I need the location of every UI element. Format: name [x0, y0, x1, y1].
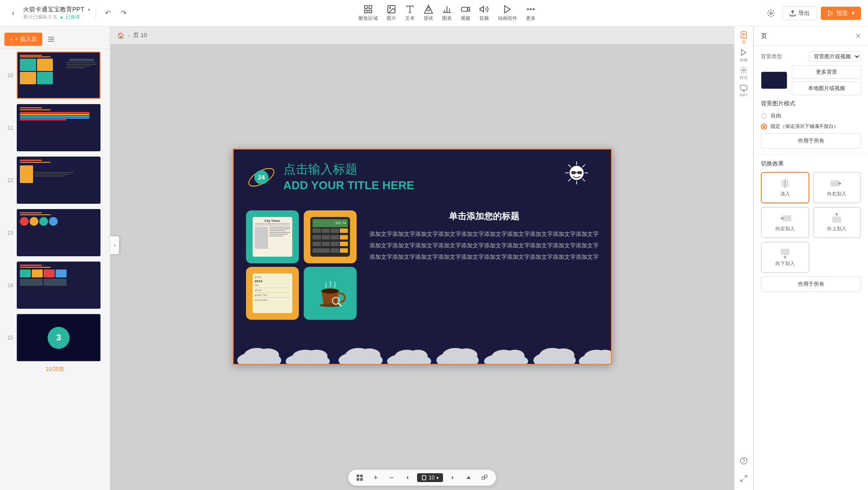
zoom-out-button[interactable]: − — [385, 471, 398, 484]
page-dropdown[interactable]: ▾ — [436, 475, 439, 480]
newspaper-card[interactable]: City Times — [246, 210, 299, 263]
svg-point-66 — [552, 348, 574, 362]
image-button[interactable]: 图片 — [387, 4, 396, 22]
edit-count: 累计已编辑 0 次 — [23, 14, 57, 20]
bottom-tool-group: + − 10 ▾ — [348, 470, 495, 486]
svg-marker-16 — [480, 7, 483, 12]
collapse-arrow[interactable]: › — [110, 236, 119, 254]
home-icon[interactable]: 🏠 — [117, 32, 124, 39]
copy-link-button[interactable] — [478, 471, 491, 484]
prev-page-button[interactable] — [401, 471, 414, 484]
bg-type-section: 背景类型 背景图片或视频 更多背景 本地图片或视频 背景图片模式 自由 — [754, 46, 868, 154]
preview-button[interactable]: 预览 ▾ — [821, 7, 861, 20]
chart-button[interactable]: 图表 — [442, 4, 452, 22]
more-button[interactable]: 更多 — [526, 4, 536, 22]
slide-title-zh[interactable]: 点击输入标题 — [283, 161, 414, 178]
slide-thumb-12 — [17, 157, 101, 204]
svg-point-60 — [455, 348, 477, 362]
svg-point-57 — [408, 350, 428, 362]
svg-rect-85 — [741, 85, 747, 90]
sidebar-tab-ppt[interactable]: PPT — [736, 83, 752, 99]
text-button[interactable]: 文本 — [405, 4, 415, 22]
settings-button[interactable] — [764, 6, 778, 20]
svg-point-84 — [743, 69, 745, 71]
slide-item-10[interactable]: 10 — [0, 49, 110, 101]
svg-rect-70 — [357, 475, 359, 477]
insert-page-button[interactable]: + + 插入页 — [4, 33, 42, 46]
more-bg-button[interactable]: 更多背景 — [792, 65, 861, 79]
transition-fade[interactable]: 淡入 — [761, 172, 809, 203]
svg-rect-1 — [369, 6, 371, 8]
slide-item-12[interactable]: 12 — [0, 154, 110, 206]
expand-panel-icon[interactable] — [736, 471, 752, 486]
preview-dropdown[interactable]: ▾ — [852, 10, 855, 16]
slide-body-text-3[interactable]: 添加文字添加文字添加文字添加文字添加文字添加文字添加文字添加文字添加文字添加文字 — [369, 252, 599, 262]
slides-panel: + + 插入页 10 — [0, 26, 110, 490]
sidebar-tab-page[interactable]: 页 — [736, 30, 752, 46]
close-panel-button[interactable]: ✕ — [855, 32, 861, 40]
zoom-in-button[interactable]: + — [369, 471, 382, 484]
radio-fixed[interactable]: 固定（保证演示下铺满不留白） — [761, 123, 861, 130]
insert-area: + + 插入页 — [0, 30, 110, 49]
canvas-scroll[interactable]: 24 点击输入标题 ADD YOUR TITLE HERE — [110, 44, 734, 469]
svg-rect-14 — [461, 7, 467, 11]
svg-point-9 — [427, 7, 430, 11]
svg-marker-22 — [828, 11, 832, 16]
radio-free[interactable]: 自由 — [761, 112, 861, 120]
slide-item-11[interactable]: 11 — [0, 101, 110, 154]
slide-body-text-2[interactable]: 添加文字添加文字添加文字添加文字添加文字添加文字添加文字添加文字添加文字添加文字 — [369, 241, 599, 251]
apply-all-transition-button[interactable]: 作用于所有 — [761, 277, 861, 292]
export-button[interactable]: 导出 — [782, 6, 816, 20]
slide-number-11: 11 — [4, 125, 13, 131]
notes-card[interactable]: growth 2014 10% 321.94 growth 7.5% per y… — [246, 267, 299, 320]
slide-body-text-1[interactable]: 添加文字添加文字添加文字添加文字添加文字添加文字添加文字添加文字添加文字添加文字 — [369, 229, 599, 239]
slide-title-en[interactable]: ADD YOUR TITLE HERE — [283, 179, 414, 192]
menu-icon[interactable] — [45, 33, 57, 45]
undo-button[interactable]: ↶ — [101, 7, 114, 19]
svg-line-33 — [568, 165, 571, 167]
slide-title-area[interactable]: 点击输入标题 ADD YOUR TITLE HERE — [283, 161, 414, 192]
page-number: 10 — [428, 475, 434, 481]
slide-thumb-11 — [17, 104, 101, 151]
sidebar-tab-animate[interactable]: 动画 — [736, 48, 752, 64]
slide-heading[interactable]: 单击添加您的标题 — [369, 210, 599, 222]
transition-slide-left[interactable]: 向左划入 — [761, 207, 809, 238]
sidebar-tab-style[interactable]: 样式 — [736, 65, 752, 81]
svg-point-17 — [527, 9, 529, 10]
slide-item-15[interactable]: 15 3 — [0, 311, 110, 364]
bg-type-select[interactable]: 背景图片或视频 — [809, 51, 861, 62]
apply-all-bg-button[interactable]: 作用于所有 — [761, 133, 861, 149]
transition-slide-down[interactable]: 向下划入 — [761, 242, 809, 273]
grid-view-button[interactable] — [354, 471, 366, 484]
slide-text-area[interactable]: 单击添加您的标题 添加文字添加文字添加文字添加文字添加文字添加文字添加文字添加文… — [369, 210, 599, 262]
slide-canvas[interactable]: 24 点击输入标题 ADD YOUR TITLE HERE — [233, 149, 612, 365]
transition-slide-up[interactable]: 向上划入 — [813, 207, 861, 238]
nav-up-button[interactable] — [462, 471, 475, 484]
help-icon[interactable] — [736, 453, 752, 469]
slide-number-13: 13 — [4, 230, 13, 236]
coffee-card[interactable] — [304, 267, 357, 320]
svg-rect-79 — [484, 475, 487, 478]
next-page-button[interactable] — [447, 471, 459, 484]
back-button[interactable]: ‹ — [7, 7, 19, 19]
slide-item-14[interactable]: 14 — [0, 259, 110, 311]
calculator-card[interactable]: 321.74 — [304, 210, 357, 263]
audio-button[interactable]: 音频 — [479, 4, 489, 22]
transition-section: 切换效果 淡入 — [754, 154, 868, 297]
shape-button[interactable]: 形状 — [424, 4, 433, 22]
focus-area-button[interactable]: 聚焦区域 — [358, 4, 378, 22]
transition-slide-right[interactable]: 向右划入 — [813, 172, 861, 203]
local-bg-button[interactable]: 本地图片或视频 — [792, 82, 861, 95]
title-dropdown[interactable]: ▾ — [88, 7, 90, 13]
video-button[interactable]: 视频 — [461, 4, 470, 22]
bg-preview — [761, 71, 787, 89]
page-count: 10/25页 — [0, 364, 110, 375]
svg-rect-73 — [360, 478, 363, 481]
svg-marker-15 — [467, 7, 469, 11]
svg-rect-75 — [422, 475, 426, 480]
slide-item-13[interactable]: 13 — [0, 206, 110, 259]
redo-button[interactable]: ↷ — [117, 7, 130, 19]
svg-rect-3 — [369, 10, 371, 13]
page-label: 页 10 — [133, 31, 147, 39]
animation-button[interactable]: 动画组件 — [498, 4, 517, 22]
